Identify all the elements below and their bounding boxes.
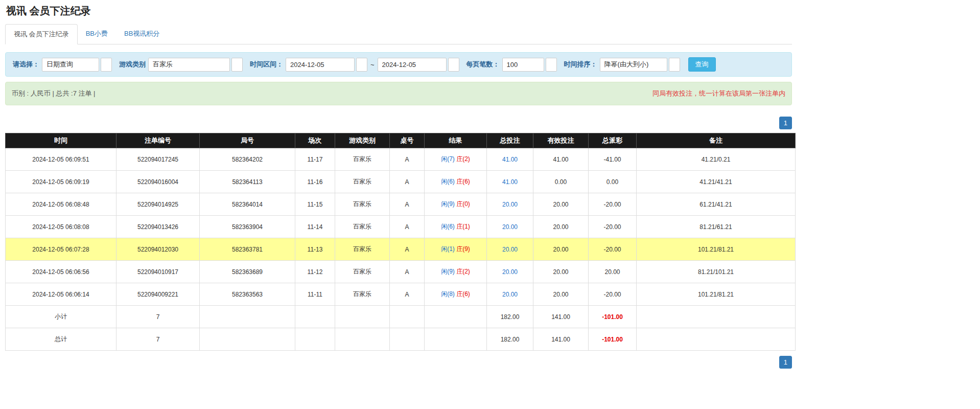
table-row: 2024-12-05 06:08:48522094014925582364014… xyxy=(6,193,796,216)
session-cell: 11-17 xyxy=(295,148,335,171)
round-id-cell: 582364113 xyxy=(200,171,295,193)
summary-currency-count: 币别 : 人民币 | 总共 :7 注单 | xyxy=(12,89,96,98)
bet-id-cell: 522094010917 xyxy=(116,261,200,283)
date-to-input[interactable] xyxy=(378,58,447,72)
result-cell: 闲(9) 庄(0) xyxy=(425,193,487,216)
sort-order-input[interactable] xyxy=(600,58,667,72)
total-bet-link[interactable]: 41.00 xyxy=(502,156,518,163)
sort-order-picker[interactable] xyxy=(669,58,680,72)
tab-bb-points[interactable]: BB视讯积分 xyxy=(116,24,168,44)
records-table: 时间 注单编号 局号 场次 游戏类别 桌号 结果 总投注 有效投注 总派彩 备注… xyxy=(5,133,796,351)
total-bet-cell: 20.00 xyxy=(487,283,533,306)
bet-id-cell: 522094009221 xyxy=(116,283,200,306)
total-bet-link[interactable]: 41.00 xyxy=(502,178,518,186)
payout-cell: -20.00 xyxy=(589,283,637,306)
result-player: 闲(9) xyxy=(441,268,455,275)
time-cell: 2024-12-05 06:06:14 xyxy=(6,283,116,306)
footer-empty-cell xyxy=(200,306,295,328)
date-from-picker[interactable] xyxy=(356,58,367,72)
table-header-row: 时间 注单编号 局号 场次 游戏类别 桌号 结果 总投注 有效投注 总派彩 备注 xyxy=(6,133,796,148)
page-size-label: 每页笔数： xyxy=(466,60,500,69)
time-cell: 2024-12-05 06:08:48 xyxy=(6,193,116,216)
round-id-cell: 582364202 xyxy=(200,148,295,171)
total-bet-link[interactable]: 20.00 xyxy=(502,223,518,231)
total-bet-link[interactable]: 20.00 xyxy=(502,201,518,208)
summary-bar: 币别 : 人民币 | 总共 :7 注单 | 同局有效投注，统一计算在该局第一张注… xyxy=(5,82,792,105)
total-total-bet: 182.00 xyxy=(487,328,533,351)
total-bet-link[interactable]: 20.00 xyxy=(502,246,518,253)
col-table-no: 桌号 xyxy=(390,133,425,148)
search-button[interactable]: 查询 xyxy=(688,57,716,72)
footer-empty-cell xyxy=(335,328,390,351)
bet-id-cell: 522094013426 xyxy=(116,216,200,238)
footer-empty-cell xyxy=(295,306,335,328)
sort-order-label: 时间排序： xyxy=(564,60,597,69)
remark-cell: 81.21/101.21 xyxy=(637,261,796,283)
time-cell: 2024-12-05 06:07:28 xyxy=(6,238,116,261)
valid-bet-cell: 0.00 xyxy=(533,171,589,193)
game-type-input[interactable] xyxy=(148,58,230,72)
subtotal-label: 小计 xyxy=(6,306,116,328)
date-to-picker[interactable] xyxy=(448,58,459,72)
result-player: 闲(1) xyxy=(441,245,455,253)
table-no-cell: A xyxy=(390,148,425,171)
tab-betting-records[interactable]: 视讯 会员下注纪录 xyxy=(5,24,78,44)
table-no-cell: A xyxy=(390,261,425,283)
col-time: 时间 xyxy=(6,133,116,148)
total-bet-cell: 20.00 xyxy=(487,216,533,238)
result-player: 闲(6) xyxy=(441,178,455,185)
table-no-cell: A xyxy=(390,238,425,261)
bet-id-cell: 522094012030 xyxy=(116,238,200,261)
remark-cell: 41.21/41.21 xyxy=(637,171,796,193)
table-body: 2024-12-05 06:09:51522094017245582364202… xyxy=(6,148,796,306)
page-size-input[interactable] xyxy=(502,58,544,72)
date-range-separator: ~ xyxy=(370,61,375,69)
col-bet-id: 注单编号 xyxy=(116,133,200,148)
session-cell: 11-13 xyxy=(295,238,335,261)
game-type-cell: 百家乐 xyxy=(335,193,390,216)
remark-cell: 61.21/41.21 xyxy=(637,193,796,216)
pagination-top: 1 xyxy=(5,117,792,129)
footer-empty-cell xyxy=(390,328,425,351)
page-title: 视讯 会员下注纪录 xyxy=(6,4,792,18)
col-game-type: 游戏类别 xyxy=(335,133,390,148)
session-cell: 11-12 xyxy=(295,261,335,283)
payout-cell: -20.00 xyxy=(589,216,637,238)
total-row: 总计 7 182.00 141.00 -101.00 xyxy=(6,328,796,351)
query-type-picker[interactable] xyxy=(101,58,112,72)
valid-bet-cell: 20.00 xyxy=(533,216,589,238)
footer-empty-cell xyxy=(295,328,335,351)
result-player: 闲(9) xyxy=(441,200,455,208)
summary-notice: 同局有效投注，统一计算在该局第一张注单内 xyxy=(652,89,785,98)
page-size-picker[interactable] xyxy=(546,58,557,72)
tab-bb-tips[interactable]: BB小费 xyxy=(78,24,116,44)
footer-empty-cell xyxy=(390,306,425,328)
subtotal-count: 7 xyxy=(116,306,200,328)
time-cell: 2024-12-05 06:08:08 xyxy=(6,216,116,238)
valid-bet-cell: 20.00 xyxy=(533,261,589,283)
session-cell: 11-15 xyxy=(295,193,335,216)
result-banker: 庄(6) xyxy=(456,290,470,298)
date-from-input[interactable] xyxy=(286,58,355,72)
col-remark: 备注 xyxy=(637,133,796,148)
footer-empty-cell xyxy=(637,328,796,351)
result-banker: 庄(2) xyxy=(456,268,470,275)
payout-cell: 20.00 xyxy=(589,261,637,283)
total-bet-link[interactable]: 20.00 xyxy=(502,291,518,298)
table-row: 2024-12-05 06:09:51522094017245582364202… xyxy=(6,148,796,171)
time-cell: 2024-12-05 06:09:19 xyxy=(6,171,116,193)
result-banker: 庄(6) xyxy=(456,178,470,185)
total-bet-link[interactable]: 20.00 xyxy=(502,268,518,276)
page-button-1[interactable]: 1 xyxy=(779,117,792,129)
remark-cell: 101.21/81.21 xyxy=(637,238,796,261)
page-button-1-bottom[interactable]: 1 xyxy=(779,356,792,369)
time-cell: 2024-12-05 06:06:56 xyxy=(6,261,116,283)
game-type-picker[interactable] xyxy=(231,58,243,72)
bet-id-cell: 522094017245 xyxy=(116,148,200,171)
query-type-input[interactable] xyxy=(42,58,99,72)
result-cell: 闲(6) 庄(6) xyxy=(425,171,487,193)
session-cell: 11-11 xyxy=(295,283,335,306)
subtotal-valid-bet: 141.00 xyxy=(533,306,589,328)
footer-empty-cell xyxy=(200,328,295,351)
footer-empty-cell xyxy=(425,328,487,351)
